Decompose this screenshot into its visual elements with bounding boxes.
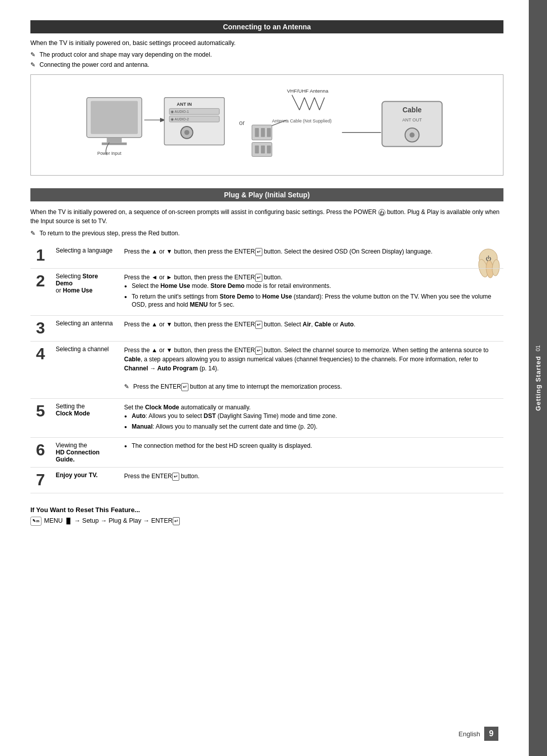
step-1-number: 1 [30,243,51,269]
svg-rect-1 [91,101,138,134]
svg-rect-23 [261,145,265,153]
step-5-row: 5 Setting theClock Mode Set the Clock Mo… [30,399,503,438]
step-3-row: 3 Selecting an antenna Press the ▲ or ▼ … [30,316,503,342]
section1-note1: The product color and shape may vary dep… [30,51,503,58]
step-2-row: 2 Selecting Store Demoor Home Use Press … [30,268,503,315]
step-3-number: 3 [30,316,51,342]
svg-text:ANT OUT: ANT OUT [402,117,422,122]
antenna-diagram: Power Input ANT IN ◉ AUDIO-1 ◉ AUDIO-2 [30,74,503,176]
page-wrapper: Connecting to an Antenna When the TV is … [0,0,547,756]
side-tab-label: Getting Started [534,356,542,411]
reset-section: If You Want to Reset This Feature... ✎m … [30,503,503,526]
step-3-desc: Press the ▲ or ▼ button, then press the … [122,316,503,342]
svg-text:VHF/UHF Antenna: VHF/UHF Antenna [287,88,329,94]
step-1-label: Selecting a language [51,243,122,269]
step-4-label: Selecting a channel [51,342,122,399]
step-7-row: 7 Enjoy your TV. Press the ENTER↵ button… [30,467,503,493]
svg-text:◉ AUDIO-2: ◉ AUDIO-2 [171,117,189,121]
side-tab: 01 Getting Started [529,0,547,756]
svg-rect-3 [102,142,127,145]
step-7-number: 7 [30,467,51,493]
footer-page-number: 9 [484,727,498,741]
step-2-label: Selecting Store Demoor Home Use [51,268,122,315]
step-6-number: 6 [30,437,51,467]
menu-icon: ✎m [30,517,42,526]
svg-point-12 [184,130,189,135]
side-tab-number: 01 [535,345,541,351]
reset-command-text: MENU ▐▌ → Setup → Plug & Play → ENTER↵ [44,517,180,525]
step-6-label: Viewing theHD Connection Guide. [51,437,122,467]
svg-text:or: or [239,119,245,127]
reset-title: If You Want to Reset This Feature... [30,506,503,514]
svg-point-29 [410,133,415,138]
step-4-number: 4 [30,342,51,399]
diagram-svg: Power Input ANT IN ◉ AUDIO-1 ◉ AUDIO-2 [41,82,493,167]
step-1-row: 1 Selecting a language Press the ▲ or ▼ … [30,243,503,269]
svg-rect-22 [255,145,259,153]
section2-header: Plug & Play (Initial Setup) [30,188,503,201]
step-6-desc: The connection method for the best HD sc… [122,437,503,467]
footer-language: English [458,730,480,738]
reset-command: ✎m MENU ▐▌ → Setup → Plug & Play → ENTER… [30,517,503,526]
svg-text:◉ AUDIO-1: ◉ AUDIO-1 [171,110,189,113]
svg-rect-2 [107,137,122,142]
section1-note2: Connecting the power cord and antenna. [30,61,503,68]
steps-table: 1 Selecting a language Press the ▲ or ▼ … [30,243,503,493]
step-5-desc: Set the Clock Mode automatically or manu… [122,399,503,438]
section1-header: Connecting to an Antenna [30,20,503,33]
step-2-number: 2 [30,268,51,315]
side-tab-content: 01 Getting Started [534,345,542,410]
svg-text:Cable: Cable [403,106,422,114]
step-7-label: Enjoy your TV. [51,467,122,493]
svg-text:ANT IN: ANT IN [177,102,192,107]
svg-text:Antenna Cable (Not Supplied): Antenna Cable (Not Supplied) [272,118,332,123]
main-content: Connecting to an Antenna When the TV is … [0,0,529,756]
step-4-desc: Press the ▲ or ▼ button, then press the … [122,342,503,399]
step-5-number: 5 [30,399,51,438]
section1-intro: When the TV is initially powered on, bas… [30,38,503,48]
step-6-row: 6 Viewing theHD Connection Guide. The co… [30,437,503,467]
step-2-desc: Press the ◄ or ► button, then press the … [122,268,503,315]
svg-rect-19 [261,128,265,137]
step-5-label: Setting theClock Mode [51,399,122,438]
svg-rect-18 [255,128,259,137]
section2-red-note: To return to the previous step, press th… [30,230,503,237]
step-1-desc: Press the ▲ or ▼ button, then press the … [122,243,503,269]
footer: English 9 [458,727,498,741]
svg-rect-24 [267,145,271,153]
step-7-desc: Press the ENTER↵ button. [122,467,503,493]
step-4-row: 4 Selecting a channel Press the ▲ or ▼ b… [30,342,503,399]
svg-text:Power Input: Power Input [97,151,122,156]
section2-intro: When the TV is initially powered on, a s… [30,207,503,226]
step-3-label: Selecting an antenna [51,316,122,342]
steps-container: ⏻ 1 Selecting a language Press the ▲ or … [30,243,503,493]
svg-rect-20 [267,128,271,137]
